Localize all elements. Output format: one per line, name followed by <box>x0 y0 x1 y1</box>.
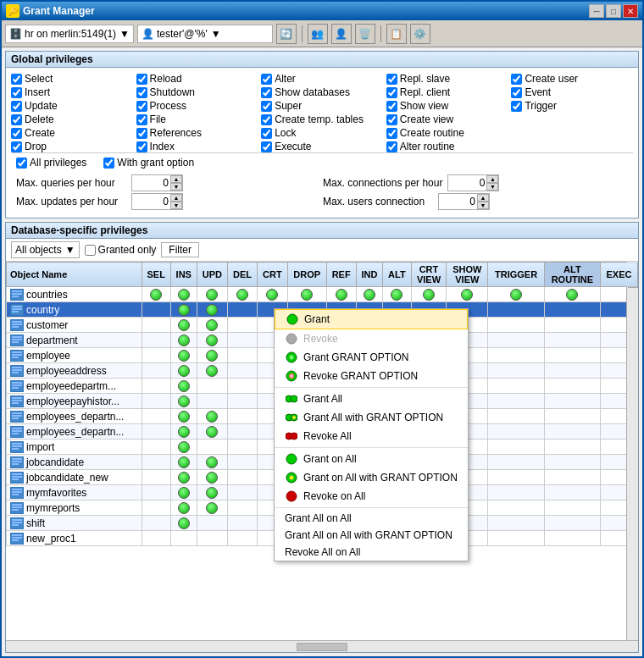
grant-cell[interactable] <box>197 409 227 424</box>
grant-cell[interactable] <box>142 333 170 348</box>
horizontal-scrollbar[interactable] <box>6 640 638 652</box>
grant-cell[interactable] <box>197 318 227 333</box>
grant-cell[interactable] <box>544 409 600 424</box>
grant-cell[interactable] <box>228 302 258 318</box>
grant-cell[interactable] <box>544 470 600 485</box>
priv-shutdown[interactable]: Shutdown <box>136 86 258 98</box>
grant-cell[interactable] <box>544 394 600 409</box>
max-connections-input[interactable] <box>448 176 486 190</box>
grant-cell[interactable] <box>488 333 545 348</box>
grant-cell[interactable] <box>170 379 197 394</box>
grant-cell[interactable] <box>544 333 600 348</box>
grant-cell[interactable] <box>170 363 197 379</box>
grant-cell[interactable] <box>197 440 227 455</box>
table-row[interactable]: countries <box>7 287 638 302</box>
grant-cell[interactable] <box>197 485 227 500</box>
grant-cell[interactable] <box>411 287 447 302</box>
grant-cell[interactable] <box>170 409 197 424</box>
h-scrollbar-thumb[interactable] <box>297 643 347 651</box>
grant-cell[interactable] <box>142 318 170 333</box>
max-connections-spinbox[interactable]: ▲ ▼ <box>447 174 499 191</box>
all-privileges-cb[interactable]: All privileges <box>16 157 86 169</box>
grant-cell[interactable] <box>228 440 258 455</box>
grant-cell[interactable] <box>197 455 227 470</box>
ctx-revoke-option[interactable]: Revoke GRANT OPTION <box>275 367 468 385</box>
priv-process[interactable]: Process <box>136 100 258 112</box>
settings-button[interactable]: ⚙️ <box>410 24 430 44</box>
ctx-grant-on-all[interactable]: Grant on All <box>275 450 468 468</box>
grant-cell[interactable] <box>170 470 197 485</box>
grant-cell[interactable] <box>488 531 545 546</box>
grant-cell[interactable] <box>488 470 545 485</box>
priv-show-databases[interactable]: Show databases <box>261 86 383 98</box>
max-connections-down[interactable]: ▼ <box>486 183 498 191</box>
grant-cell[interactable] <box>258 287 288 302</box>
ctx-grant-all-on-all[interactable]: Grant All on All <box>275 510 468 527</box>
priv-super[interactable]: Super <box>261 100 383 112</box>
max-users-spinbox[interactable]: ▲ ▼ <box>438 193 490 210</box>
grant-cell[interactable] <box>544 455 600 470</box>
grant-cell[interactable] <box>142 470 170 485</box>
grant-cell[interactable] <box>488 348 545 363</box>
copy-button[interactable]: 📋 <box>386 24 407 44</box>
ctx-grant-option[interactable]: Grant GRANT OPTION <box>275 348 468 367</box>
max-users-down[interactable]: ▼ <box>477 202 489 209</box>
refresh-button[interactable]: 🔄 <box>276 24 297 44</box>
grant-cell[interactable] <box>544 287 600 302</box>
maximize-button[interactable]: □ <box>606 4 621 18</box>
user-dropdown[interactable]: 👤 tester'@'%' ▼ <box>137 25 273 43</box>
grant-cell[interactable] <box>197 394 227 409</box>
grant-cell[interactable] <box>197 379 227 394</box>
grant-cell[interactable] <box>544 424 600 440</box>
grant-cell[interactable] <box>488 287 545 302</box>
grant-cell[interactable] <box>488 409 545 424</box>
grant-cell[interactable] <box>544 531 600 546</box>
grant-cell[interactable] <box>197 333 227 348</box>
max-users-input[interactable] <box>439 195 477 208</box>
priv-create-user[interactable]: Create user <box>511 73 633 85</box>
grant-cell[interactable] <box>142 500 170 516</box>
with-grant-option-cb[interactable]: With grant option <box>103 157 194 169</box>
grant-cell[interactable] <box>170 348 197 363</box>
grant-cell[interactable] <box>228 287 258 302</box>
grant-cell[interactable] <box>488 516 545 531</box>
max-updates-spinbox[interactable]: ▲ ▼ <box>131 193 183 210</box>
ctx-grant[interactable]: Grant <box>275 309 468 329</box>
priv-repl-slave[interactable]: Repl. slave <box>386 73 508 85</box>
grant-cell[interactable] <box>447 287 488 302</box>
priv-file[interactable]: File <box>136 113 258 125</box>
grant-cell[interactable] <box>488 394 545 409</box>
grant-cell[interactable] <box>488 440 545 455</box>
grant-cell[interactable] <box>544 440 600 455</box>
grant-cell[interactable] <box>142 424 170 440</box>
grant-cell[interactable] <box>142 455 170 470</box>
grant-cell[interactable] <box>544 348 600 363</box>
grant-cell[interactable] <box>170 440 197 455</box>
grant-cell[interactable] <box>228 531 258 546</box>
priv-update[interactable]: Update <box>11 100 133 112</box>
grant-cell[interactable] <box>142 302 170 318</box>
max-updates-input[interactable] <box>132 195 170 208</box>
grant-cell[interactable] <box>488 485 545 500</box>
grant-cell[interactable] <box>228 455 258 470</box>
grant-cell[interactable] <box>488 500 545 516</box>
priv-delete[interactable]: Delete <box>11 113 133 125</box>
priv-alter[interactable]: Alter <box>261 73 383 85</box>
grant-cell[interactable] <box>170 424 197 440</box>
grant-cell[interactable] <box>544 363 600 379</box>
minimize-button[interactable]: ─ <box>589 4 604 18</box>
ctx-grant-on-all-option[interactable]: Grant on All with GRANT OPTION <box>275 468 468 487</box>
grant-cell[interactable] <box>228 470 258 485</box>
priv-trigger[interactable]: Trigger <box>511 100 633 112</box>
ctx-revoke-on-all[interactable]: Revoke on All <box>275 487 468 506</box>
priv-drop[interactable]: Drop <box>11 141 133 152</box>
grant-cell[interactable] <box>488 379 545 394</box>
priv-repl-client[interactable]: Repl. client <box>386 86 508 98</box>
grant-cell[interactable] <box>228 394 258 409</box>
grant-cell[interactable] <box>228 379 258 394</box>
filter-button[interactable]: Filter <box>161 242 199 257</box>
grant-cell[interactable] <box>197 302 227 318</box>
grant-cell[interactable] <box>544 302 600 318</box>
grant-cell[interactable] <box>170 333 197 348</box>
grant-cell[interactable] <box>197 500 227 516</box>
